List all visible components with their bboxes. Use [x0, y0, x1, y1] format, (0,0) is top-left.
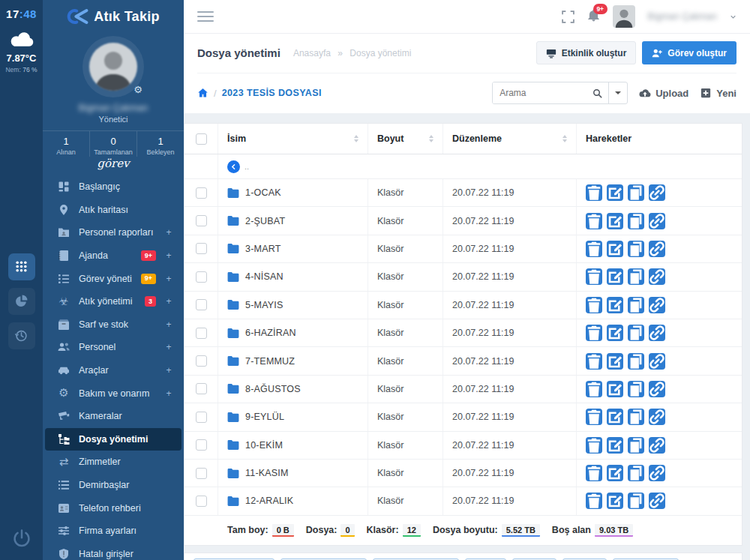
row-checkbox[interactable] — [196, 243, 207, 254]
sidebar-item-personel-raporları[interactable]: Personel raporları+ — [45, 221, 182, 244]
action-trash-button[interactable] — [586, 241, 602, 257]
action-edit-button[interactable] — [607, 409, 623, 425]
profile-settings-gear-icon[interactable]: ⚙ — [134, 85, 142, 94]
create-event-button[interactable]: Etkinlik oluştur — [536, 41, 637, 64]
file-name[interactable]: 5-MAYIS — [245, 300, 284, 310]
file-name[interactable]: 3-MART — [245, 244, 281, 254]
action-copy-button[interactable] — [628, 409, 644, 425]
sidebar-item-personel[interactable]: Personel+ — [45, 336, 182, 359]
sidebar-item-görev-yönetimi[interactable]: Görev yönetimi9++ — [45, 267, 182, 290]
row-checkbox[interactable] — [196, 299, 207, 310]
current-folder-path[interactable]: 2023 TESİS DOSYASI — [222, 88, 322, 98]
action-edit-button[interactable] — [607, 353, 623, 370]
sidebar-item-ajanda[interactable]: Ajanda9++ — [45, 244, 182, 268]
sidebar-item-atık-haritası[interactable]: Atık haritası — [45, 199, 182, 222]
action-copy-button[interactable] — [628, 465, 644, 481]
chevron-down-icon[interactable] — [730, 13, 736, 20]
file-name[interactable]: 4-NİSAN — [245, 271, 284, 282]
column-header-size[interactable]: Boyut — [368, 124, 443, 154]
notifications-button[interactable]: 9+ — [587, 9, 600, 24]
sidebar-item-başlangıç[interactable]: Başlangıç — [45, 175, 182, 199]
table-row[interactable]: 9-EYLÜLKlasör20.07.22 11:19 — [184, 403, 742, 431]
upload-button[interactable]: Upload — [639, 88, 688, 99]
parent-directory-label[interactable]: .. — [244, 162, 249, 171]
sidebar-item-sarf-ve-stok[interactable]: Sarf ve stok+ — [45, 313, 182, 337]
topbar-user-name[interactable]: Bigman Çakman — [648, 11, 717, 22]
search-input[interactable] — [493, 82, 586, 103]
row-checkbox[interactable] — [196, 412, 207, 423]
table-row[interactable]: 5-MAYISKlasör20.07.22 11:19 — [184, 292, 742, 319]
go-up-button[interactable] — [227, 160, 240, 173]
action-trash-button[interactable] — [586, 409, 602, 425]
row-checkbox[interactable] — [196, 271, 207, 283]
sort-icon[interactable] — [429, 133, 434, 145]
sidebar-item-kameralar[interactable]: Kameralar — [45, 405, 182, 428]
action-link-button[interactable] — [649, 297, 665, 313]
action-copy-button[interactable] — [628, 184, 644, 201]
fullscreen-icon[interactable] — [562, 10, 574, 23]
action-edit-button[interactable] — [607, 184, 623, 201]
sidebar-item-dosya-yönetimi[interactable]: Dosya yönetimi — [45, 428, 182, 451]
row-checkbox[interactable] — [196, 383, 207, 394]
sort-icon[interactable] — [354, 133, 358, 145]
file-name[interactable]: 10-EKİM — [245, 440, 283, 451]
column-header-modified[interactable]: Düzenleme — [443, 124, 577, 154]
sidebar-item-firma-ayarları[interactable]: Firma ayarları — [45, 520, 182, 543]
action-copy-button[interactable] — [628, 268, 644, 285]
file-name[interactable]: 2-ŞUBAT — [245, 216, 285, 226]
power-icon[interactable] — [12, 529, 32, 548]
action-edit-button[interactable] — [607, 493, 623, 509]
file-name[interactable]: 8-AĞUSTOS — [245, 384, 301, 394]
search-options-dropdown[interactable] — [608, 82, 627, 103]
table-row[interactable]: 4-NİSANKlasör20.07.22 11:19 — [184, 263, 742, 291]
file-name[interactable]: 7-TEMMUZ — [245, 356, 295, 367]
row-checkbox[interactable] — [196, 187, 207, 199]
action-trash-button[interactable] — [586, 437, 602, 454]
action-edit-button[interactable] — [607, 268, 623, 285]
action-trash-button[interactable] — [586, 325, 602, 341]
action-edit-button[interactable] — [607, 381, 623, 397]
row-checkbox[interactable] — [196, 215, 207, 226]
rail-apps-button[interactable] — [8, 253, 35, 280]
table-row[interactable]: 7-TEMMUZKlasör20.07.22 11:19 — [184, 347, 742, 375]
file-name[interactable]: 6-HAZİRAN — [245, 328, 296, 338]
sidebar-item-araçlar[interactable]: Araçlar+ — [45, 359, 182, 382]
table-row[interactable]: 12-ARALIKKlasör20.07.22 11:19 — [184, 487, 742, 515]
action-trash-button[interactable] — [586, 297, 602, 313]
rail-history-button[interactable] — [8, 322, 35, 349]
sidebar-item-hatalı-girişler[interactable]: Hatalı girişler — [45, 543, 182, 560]
avatar[interactable] — [89, 43, 137, 91]
action-edit-button[interactable] — [607, 437, 623, 454]
breadcrumb-home[interactable]: Anasayfa — [293, 48, 331, 58]
action-copy-button[interactable] — [628, 437, 644, 454]
action-copy-button[interactable] — [628, 297, 644, 313]
file-name[interactable]: 1-OCAK — [245, 187, 281, 198]
row-checkbox[interactable] — [196, 328, 207, 339]
action-link-button[interactable] — [649, 268, 665, 285]
action-edit-button[interactable] — [607, 465, 623, 481]
create-task-button[interactable]: Görev oluştur — [642, 41, 736, 64]
action-link-button[interactable] — [649, 381, 665, 397]
action-link-button[interactable] — [649, 493, 665, 509]
table-row[interactable]: 2-ŞUBATKlasör20.07.22 11:19 — [184, 207, 742, 235]
sidebar-item-zimmetler[interactable]: ⇄Zimmetler — [45, 451, 182, 474]
hamburger-menu-icon[interactable] — [197, 8, 214, 25]
sidebar-item-telefon-rehberi[interactable]: Telefon rehberi — [45, 496, 182, 520]
home-icon[interactable] — [197, 88, 208, 98]
table-row[interactable]: 10-EKİMKlasör20.07.22 11:19 — [184, 432, 742, 460]
sidebar-item-bakım-ve-onarım[interactable]: ⚙Bakım ve onarım+ — [45, 382, 182, 405]
action-trash-button[interactable] — [586, 268, 602, 285]
action-copy-button[interactable] — [628, 241, 644, 257]
sidebar-item-demirbaşlar[interactable]: Demirbaşlar — [45, 474, 182, 497]
action-link-button[interactable] — [649, 465, 665, 481]
file-name[interactable]: 12-ARALIK — [245, 496, 293, 506]
action-copy-button[interactable] — [628, 325, 644, 341]
sort-icon[interactable] — [562, 133, 567, 145]
table-row[interactable]: 8-AĞUSTOSKlasör20.07.22 11:19 — [184, 376, 742, 403]
action-trash-button[interactable] — [586, 493, 602, 509]
row-checkbox[interactable] — [196, 439, 207, 451]
app-logo[interactable]: Atık Takip — [43, 0, 184, 33]
action-link-button[interactable] — [649, 241, 665, 257]
action-copy-button[interactable] — [628, 493, 644, 509]
action-link-button[interactable] — [649, 409, 665, 425]
